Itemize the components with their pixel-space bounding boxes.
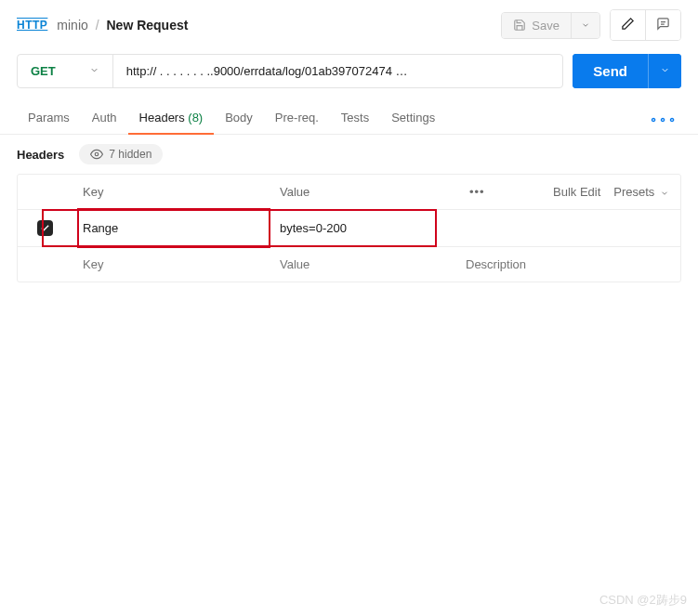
http-badge: HTTP — [17, 19, 47, 32]
new-key-input[interactable] — [83, 257, 257, 271]
watermark: CSDN @2踌步9 — [599, 592, 687, 609]
tab-params[interactable]: Params — [17, 103, 81, 134]
method-select[interactable]: GET — [18, 55, 113, 87]
header-value-cell[interactable]: bytes=0-200 — [269, 210, 454, 246]
breadcrumb-workspace[interactable]: minio — [57, 18, 87, 33]
tab-headers[interactable]: Headers (8) — [128, 103, 215, 134]
send-button[interactable]: Send — [573, 54, 648, 88]
more-columns[interactable]: ••• — [469, 185, 485, 199]
table-row-empty[interactable] — [18, 247, 680, 282]
save-caret[interactable] — [571, 13, 599, 38]
edit-button[interactable] — [611, 10, 645, 40]
breadcrumb: minio / New Request — [57, 18, 188, 33]
chevron-down-icon — [581, 20, 590, 30]
presets-action[interactable]: Presets — [613, 185, 669, 199]
header-desc-cell[interactable] — [454, 210, 680, 246]
bulk-edit-action[interactable]: Bulk Edit — [553, 185, 600, 199]
table-row[interactable]: Range bytes=0-200 — [18, 210, 680, 247]
tab-headers-label: Headers — [139, 111, 185, 125]
url-input[interactable]: http:// . . . . . . . ..9000/errdata/log… — [113, 55, 563, 87]
col-value: Value — [269, 175, 454, 209]
tab-settings[interactable]: Settings — [380, 103, 446, 134]
hidden-count-label: 7 hidden — [109, 148, 151, 161]
new-desc-input[interactable] — [466, 257, 669, 271]
breadcrumb-separator: / — [92, 18, 103, 33]
method-value: GET — [31, 64, 56, 78]
chevron-down-icon — [89, 64, 99, 78]
eye-icon — [90, 148, 103, 161]
comment-icon — [656, 17, 670, 31]
breadcrumb-title: New Request — [106, 18, 188, 33]
svg-point-2 — [96, 152, 99, 156]
tab-auth[interactable]: Auth — [81, 103, 128, 134]
comment-button[interactable] — [645, 10, 680, 40]
chevron-down-icon — [660, 189, 669, 198]
chevron-down-icon — [660, 65, 670, 75]
save-button[interactable]: Save — [502, 13, 571, 38]
save-icon — [513, 19, 526, 32]
hidden-headers-toggle[interactable]: 7 hidden — [79, 144, 163, 164]
headers-table: Key Value ••• Bulk Edit Presets Range by… — [17, 174, 681, 282]
header-key-cell[interactable]: Range — [72, 210, 269, 246]
col-key: Key — [72, 175, 269, 209]
tab-prereq[interactable]: Pre-req. — [264, 103, 330, 134]
row-checkbox[interactable] — [37, 220, 53, 236]
tab-tests[interactable]: Tests — [330, 103, 380, 134]
table-header-row: Key Value ••• Bulk Edit Presets — [18, 175, 680, 210]
pencil-icon — [621, 17, 635, 31]
headers-title: Headers — [17, 148, 64, 162]
more-actions[interactable]: ∘∘∘ — [646, 106, 681, 131]
send-caret[interactable] — [648, 54, 681, 88]
tab-body[interactable]: Body — [214, 103, 264, 134]
check-icon — [40, 223, 50, 233]
new-value-input[interactable] — [280, 257, 443, 271]
save-label: Save — [532, 19, 560, 33]
tab-headers-count: (8) — [188, 111, 203, 125]
